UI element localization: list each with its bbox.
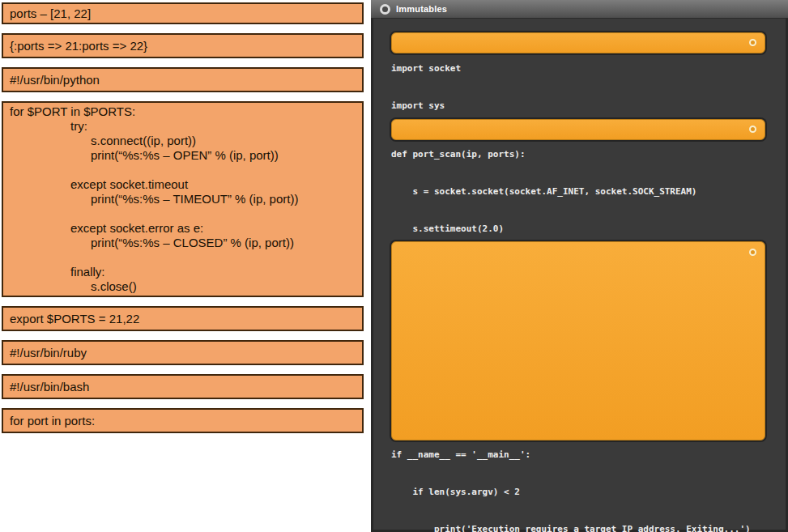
dropzone-2[interactable] <box>391 119 765 140</box>
panel-title: Immutables <box>396 4 447 14</box>
drag-item-for-port-in-ports[interactable]: for port in ports: <box>2 408 364 433</box>
code-port-scan-def: def port_scan(ip, ports): s = socket.soc… <box>391 145 765 238</box>
circle-icon <box>380 4 390 15</box>
drag-item-try-except-block[interactable]: for $PORT in $PORTS: try: s.connect((ip,… <box>2 101 364 297</box>
drag-item-ruby-shebang[interactable]: #!/usr/bin/ruby <box>2 340 364 365</box>
panel-titlebar: Immutables <box>371 0 788 19</box>
target-dot-icon <box>749 249 756 256</box>
drag-item-ports-array[interactable]: ports – [21, 22] <box>2 2 364 24</box>
immutables-panel: Immutables import socket import sys def … <box>371 0 788 532</box>
dropzone-3[interactable] <box>391 241 765 440</box>
drag-item-export-ports[interactable]: export $PORTS = 21,22 <box>2 306 364 331</box>
code-main-block: if __name__ == '__main__': if len(sys.ar… <box>391 445 765 532</box>
code-imports: import socket import sys <box>391 59 765 115</box>
dropzone-1[interactable] <box>391 32 765 53</box>
drag-source-list: ports – [21, 22] {:ports => 21:ports => … <box>2 2 364 442</box>
drag-item-ruby-hash[interactable]: {:ports => 21:ports => 22} <box>2 33 364 58</box>
target-dot-icon <box>749 126 756 133</box>
panel-body: import socket import sys def port_scan(i… <box>371 32 788 532</box>
drag-item-python-shebang[interactable]: #!/usr/bin/python <box>2 67 364 92</box>
drag-item-bash-shebang[interactable]: #!/usr/bin/bash <box>2 374 364 399</box>
target-dot-icon <box>749 39 756 46</box>
